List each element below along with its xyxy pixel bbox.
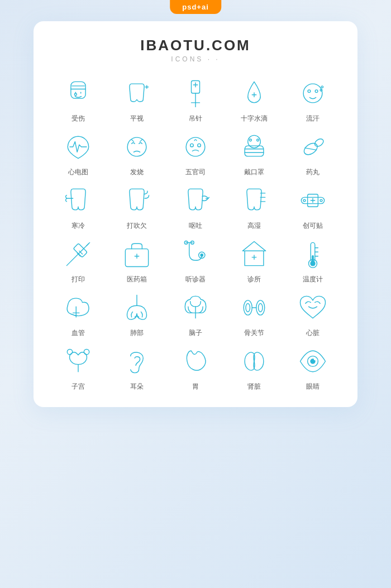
- svg-line-46: [87, 242, 90, 246]
- icon-drip: 吊针: [168, 75, 223, 123]
- svg-point-53: [200, 254, 203, 257]
- svg-point-18: [316, 90, 318, 93]
- icon-ecg: 心电图: [50, 129, 106, 177]
- top-badge: psd+ai: [170, 0, 221, 14]
- icon-fever: 发烧: [109, 129, 164, 177]
- icon-eyesight: 平视: [109, 75, 164, 123]
- svg-point-19: [127, 137, 146, 156]
- icon-pill: 药丸: [285, 129, 341, 177]
- svg-point-42: [321, 199, 323, 202]
- icon-drop: 十字水滴: [227, 75, 282, 123]
- icon-lungs: 肺部: [109, 290, 164, 338]
- svg-point-32: [314, 137, 325, 148]
- icon-thermometer: 温度计: [285, 236, 341, 284]
- svg-point-41: [304, 199, 306, 202]
- icon-vomit: 呕吐: [168, 183, 223, 231]
- svg-rect-0: [70, 82, 85, 98]
- icon-brain: 脑子: [168, 290, 223, 338]
- svg-point-66: [311, 261, 316, 266]
- svg-line-21: [140, 140, 142, 142]
- icon-ear: 耳朵: [109, 343, 164, 391]
- svg-point-16: [304, 84, 323, 103]
- icon-humid: 高湿: [227, 183, 282, 231]
- card: IBAOTU.COM ICONS · · 受伤: [34, 21, 357, 407]
- svg-point-23: [190, 144, 194, 147]
- icon-stethoscope: 听诊器: [168, 236, 223, 284]
- icon-eye: 眼睛: [285, 343, 341, 391]
- svg-point-24: [198, 144, 201, 147]
- svg-point-74: [259, 304, 263, 312]
- svg-rect-44: [73, 243, 87, 257]
- icon-sweat: 流汗: [285, 75, 341, 123]
- svg-point-75: [67, 349, 72, 354]
- icon-face: 五官司: [168, 129, 223, 177]
- card-subtitle: ICONS · ·: [50, 55, 341, 63]
- icon-bandaid: 创可贴: [285, 183, 341, 231]
- icon-injury: 受伤: [50, 75, 106, 123]
- icon-yawn: 打吹欠: [109, 183, 164, 231]
- icon-mask: 戴口罩: [227, 129, 282, 177]
- svg-point-17: [308, 90, 311, 93]
- svg-rect-65: [312, 255, 314, 261]
- svg-point-22: [186, 137, 205, 156]
- svg-point-29: [257, 139, 259, 141]
- svg-point-79: [314, 358, 316, 360]
- icon-stomach: 胃: [168, 343, 223, 391]
- icon-heart: 心脏: [285, 290, 341, 338]
- icon-syringe: 打印: [50, 236, 106, 284]
- svg-point-70: [244, 300, 252, 315]
- icons-grid: 受伤 平视: [50, 75, 341, 391]
- icon-cold: 寒冷: [50, 183, 106, 231]
- icon-kidney: 肾脏: [227, 343, 282, 391]
- svg-point-28: [250, 139, 252, 141]
- icon-joint: 骨关节: [227, 290, 282, 338]
- icon-uterus: 子宫: [50, 343, 106, 391]
- svg-point-73: [246, 304, 250, 312]
- svg-line-20: [131, 140, 133, 142]
- card-title: IBAOTU.COM: [50, 37, 341, 54]
- icon-clinic: 诊所: [227, 236, 282, 284]
- svg-marker-56: [243, 242, 266, 251]
- icon-medbox: 医药箱: [109, 236, 164, 284]
- icon-liver: 血管: [50, 290, 106, 338]
- svg-point-71: [256, 300, 265, 315]
- svg-point-76: [84, 349, 89, 354]
